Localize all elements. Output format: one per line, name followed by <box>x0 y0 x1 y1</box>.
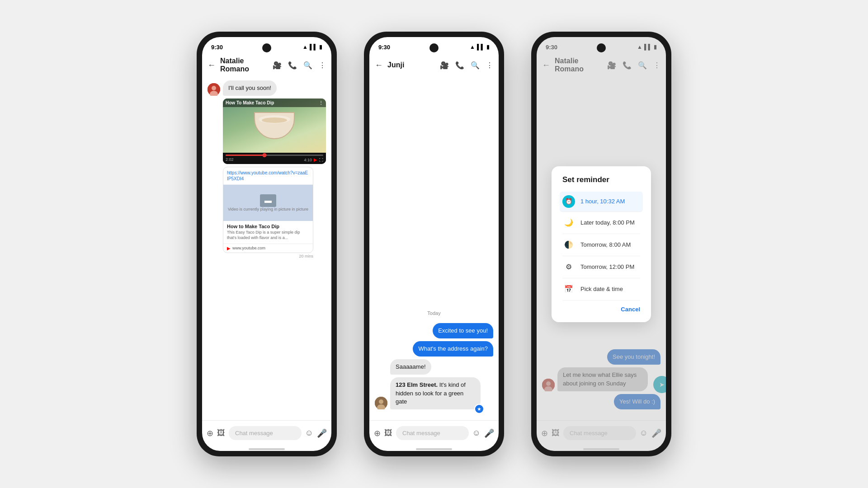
avatar-junji <box>375 397 387 409</box>
reminder-label-3: Tomorrow, 8:00 AM <box>580 241 631 248</box>
message-2-3: Saaaaame! <box>375 359 493 375</box>
sticker-icon-2[interactable]: 🖼 <box>384 428 392 438</box>
avatar-natalie <box>208 83 220 96</box>
phone-notch-1 <box>262 43 271 52</box>
link-thumb-1: ▬ Video is currently playing in picture … <box>223 185 313 221</box>
video-title-text-1: How To Make Taco Dip <box>226 100 274 105</box>
wifi-icon: ▲ <box>302 44 308 50</box>
emoji-icon-1[interactable]: ☺ <box>305 428 313 438</box>
chat-area-2: Today Excited to see you! What's the add… <box>369 77 499 420</box>
signal-icon: ▌▌ <box>310 44 317 50</box>
back-button-2[interactable]: ← <box>375 61 383 70</box>
reminder-icon-2: 🌙 <box>562 216 575 229</box>
reminder-option-1[interactable]: ⏰ 1 hour, 10:32 AM <box>560 192 643 212</box>
chat-area-1: I'll call you soon! <box>202 77 331 420</box>
video-more-icon: ⋮ <box>319 100 323 105</box>
reminder-label-1: 1 hour, 10:32 AM <box>580 198 625 205</box>
video-time-row-1: 2:02 4:10 ▶ ⛶ <box>226 157 323 162</box>
video-time-current: 2:02 <box>226 157 234 162</box>
mic-icon-2[interactable]: 🎤 <box>484 428 494 438</box>
status-icons-1: ▲ ▌▌ ▮ <box>302 44 322 50</box>
bubble-2-1: Excited to see you! <box>433 323 493 338</box>
reminder-title: Set reminder <box>562 175 640 184</box>
reminder-option-3[interactable]: 🌓 Tomorrow, 8:00 AM <box>562 234 640 256</box>
video-card-1[interactable]: How To Make Taco Dip ⋮ 2:02 4:10 ▶ <box>223 99 326 164</box>
input-right-icons-2: ☺ 🎤 <box>472 428 494 438</box>
back-button-1[interactable]: ← <box>208 61 216 70</box>
date-divider-2: Today <box>375 306 493 320</box>
chat-input-1[interactable]: Chat message <box>229 426 302 440</box>
wifi-icon-2: ▲ <box>470 44 475 50</box>
reminder-label-2: Later today, 8:00 PM <box>580 219 635 226</box>
sticker-icon-1[interactable]: 🖼 <box>217 428 225 438</box>
video-controls-1[interactable]: 2:02 4:10 ▶ ⛶ <box>223 153 326 164</box>
reminder-option-5[interactable]: 📅 Pick date & time <box>562 278 640 300</box>
contact-name-1: Natalie Romano <box>220 57 273 73</box>
phone-notch-3 <box>597 43 606 52</box>
bubble-text-1-1: I'll call you soon! <box>223 80 277 96</box>
battery-icon-2: ▮ <box>486 44 490 50</box>
video-time-total: 4:10 <box>304 158 312 162</box>
youtube-source-icon: ▶ <box>227 246 231 251</box>
phone-icon-1[interactable]: 📞 <box>288 61 297 70</box>
app-bar-1: ← Natalie Romano 🎥 📞 🔍 ⋮ <box>202 53 331 77</box>
search-icon-1[interactable]: 🔍 <box>303 61 312 70</box>
search-icon-2[interactable]: 🔍 <box>471 61 480 70</box>
msg-time-1: 20 mins <box>223 253 313 259</box>
video-call-icon-1[interactable]: 🎥 <box>273 61 282 70</box>
video-call-icon-2[interactable]: 🎥 <box>440 61 449 70</box>
app-bar-icons-2: 🎥 📞 🔍 ⋮ <box>440 61 493 70</box>
link-source-1: ▶ www.youtube.com <box>223 244 313 253</box>
link-desc-1: This Easy Taco Dip is a super simple dip… <box>227 230 309 240</box>
svg-point-1 <box>212 86 216 90</box>
phone-1: 9:30 ▲ ▌▌ ▮ ← Natalie Romano 🎥 📞 🔍 ⋮ <box>197 32 337 456</box>
message-2-2: What's the address again? <box>375 341 493 357</box>
video-progress-fill-1 <box>226 155 264 156</box>
message-1-1: I'll call you soon! <box>208 80 326 96</box>
message-2-4: 123 Elm Street. It's kind of hidden so l… <box>375 377 493 409</box>
reminder-icon-4: ⚙ <box>562 261 575 273</box>
bubble-2-2: What's the address again? <box>413 341 493 357</box>
add-icon-1[interactable]: ⊕ <box>207 428 213 438</box>
reminder-icon-1: ⏰ <box>562 195 575 208</box>
more-icon-2[interactable]: ⋮ <box>486 61 493 70</box>
phone-icon-2[interactable]: 📞 <box>455 61 464 70</box>
link-pip-text: Video is currently playing in picture in… <box>225 207 311 211</box>
reminder-label-5: Pick date & time <box>580 286 623 292</box>
status-time-1: 9:30 <box>211 44 223 51</box>
battery-icon: ▮ <box>319 44 322 50</box>
youtube-logo-icon: ▶ <box>314 157 317 162</box>
chat-input-2[interactable]: Chat message <box>396 426 469 440</box>
reminder-option-4[interactable]: ⚙ Tomorrow, 12:00 PM <box>562 256 640 278</box>
home-indicator-1 <box>249 448 285 450</box>
reminder-cancel-button[interactable]: Cancel <box>621 306 640 313</box>
mic-icon-1[interactable]: 🎤 <box>317 428 327 438</box>
reminder-option-2[interactable]: 🌙 Later today, 8:00 PM <box>562 212 640 234</box>
signal-icon-2: ▌▌ <box>477 44 485 50</box>
add-icon-2[interactable]: ⊕ <box>374 428 381 438</box>
bubble-2-4: 123 Elm Street. It's kind of hidden so l… <box>390 377 481 409</box>
phone-2: 9:30 ▲ ▌▌ ▮ ← Junji 🎥 📞 🔍 ⋮ Today Excite… <box>364 32 504 456</box>
emoji-icon-2[interactable]: ☺ <box>472 428 481 438</box>
video-title-bar-1: How To Make Taco Dip ⋮ <box>223 99 326 107</box>
link-url-text-1: https://www.youtube.com/watch?v=zaaEIP5X… <box>223 167 313 185</box>
message-2-1: Excited to see you! <box>375 323 493 338</box>
status-icons-2: ▲ ▌▌ ▮ <box>470 44 490 50</box>
reminder-icon-3: 🌓 <box>562 239 575 251</box>
reminder-cancel-row: Cancel <box>562 300 640 313</box>
app-bar-2: ← Junji 🎥 📞 🔍 ⋮ <box>369 53 499 77</box>
set-reminder-card: Set reminder ⏰ 1 hour, 10:32 AM 🌙 Later … <box>552 166 651 322</box>
link-preview-card-1[interactable]: https://www.youtube.com/watch?v=zaaEIP5X… <box>223 167 313 253</box>
link-source-text-1: www.youtube.com <box>232 246 265 250</box>
app-bar-icons-1: 🎥 📞 🔍 ⋮ <box>273 61 326 70</box>
phone-notch-2 <box>429 43 439 52</box>
reaction-badge-2: ★ <box>474 404 484 414</box>
contact-name-2: Junji <box>387 61 440 69</box>
video-progress-bar-1[interactable] <box>226 155 323 156</box>
link-preview-1: https://www.youtube.com/watch?v=zaaEIP5X… <box>223 167 313 259</box>
video-progress-dot-1 <box>263 153 267 157</box>
status-time-2: 9:30 <box>378 44 390 51</box>
reminder-label-4: Tomorrow, 12:00 PM <box>580 263 634 270</box>
video-fullscreen-icon: ⛶ <box>319 158 323 162</box>
more-icon-1[interactable]: ⋮ <box>319 61 326 70</box>
